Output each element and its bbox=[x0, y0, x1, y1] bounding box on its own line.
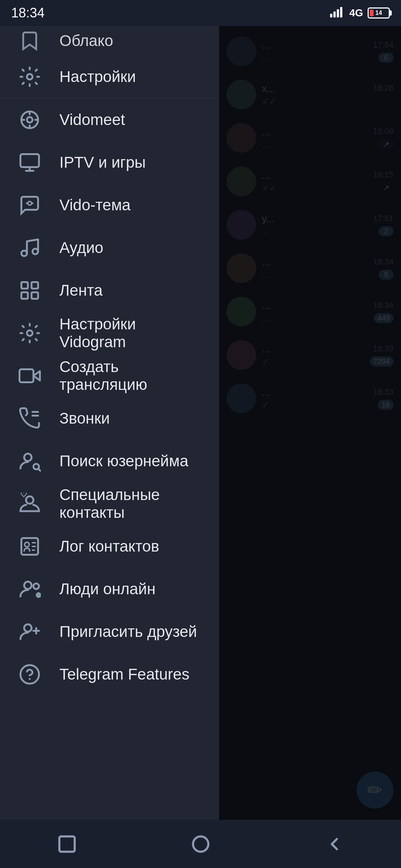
music-icon bbox=[15, 233, 45, 263]
sidebar-item-label: Настройки bbox=[59, 68, 136, 86]
svg-point-29 bbox=[193, 836, 208, 851]
status-time: 18:34 bbox=[11, 5, 45, 21]
settings-vidogram-icon bbox=[15, 318, 45, 348]
sidebar-item-label: Telegram Features bbox=[59, 665, 189, 683]
drawer-overlay[interactable] bbox=[219, 0, 401, 868]
svg-point-10 bbox=[33, 249, 38, 254]
svg-point-21 bbox=[25, 542, 29, 547]
sidebar-item-label: Поиск юзернейма bbox=[59, 452, 188, 470]
status-icons: 4G 14 bbox=[330, 6, 390, 20]
sidebar-item-poisk[interactable]: Поиск юзернейма bbox=[0, 440, 219, 482]
square-icon bbox=[57, 834, 77, 854]
svg-point-8 bbox=[28, 201, 32, 205]
sidebar-item-label: IPTV и игры bbox=[59, 154, 146, 171]
vidomeet-icon bbox=[15, 105, 45, 135]
status-bar: 18:34 4G 14 bbox=[0, 0, 401, 26]
svg-point-4 bbox=[27, 74, 33, 80]
svg-point-22 bbox=[24, 582, 32, 589]
drawer: Облако Настройки bbox=[0, 0, 219, 868]
svg-point-23 bbox=[33, 583, 39, 589]
main-container: Облако Настройки bbox=[0, 0, 401, 868]
sidebar-item-label: Vido-тема bbox=[59, 196, 131, 214]
svg-point-27 bbox=[29, 678, 30, 680]
nav-square-button[interactable] bbox=[45, 829, 89, 859]
feed-icon bbox=[15, 276, 45, 305]
circle-icon bbox=[190, 834, 211, 854]
sidebar-item-vidotema[interactable]: Vido-тема bbox=[0, 184, 219, 226]
svg-rect-0 bbox=[330, 14, 332, 17]
question-icon bbox=[15, 660, 45, 689]
svg-point-25 bbox=[24, 624, 32, 632]
sidebar-item-vidomeet[interactable]: Vidomeet bbox=[0, 98, 219, 141]
sidebar-item-label: Создать трансляцию bbox=[59, 358, 204, 394]
sidebar-item-label: Пригласить друзей bbox=[59, 623, 197, 641]
search-person-icon bbox=[15, 446, 45, 476]
phone-list-icon bbox=[15, 404, 45, 433]
svg-rect-12 bbox=[32, 282, 38, 289]
svg-point-9 bbox=[22, 250, 27, 256]
nav-bar bbox=[0, 820, 401, 868]
svg-rect-28 bbox=[59, 836, 74, 851]
sidebar-item-iptv[interactable]: IPTV и игры bbox=[0, 141, 219, 184]
add-person-icon bbox=[15, 617, 45, 647]
sidebar-item-lenta[interactable]: Лента bbox=[0, 269, 219, 312]
sidebar-item-nastroyki[interactable]: Настройки bbox=[0, 56, 219, 98]
sidebar-item-label: Vidomeet bbox=[59, 111, 125, 129]
sidebar-item-label: Лента bbox=[59, 282, 102, 299]
sidebar-item-telegram-features[interactable]: Telegram Features bbox=[0, 653, 219, 696]
svg-point-19 bbox=[26, 496, 33, 504]
svg-rect-13 bbox=[22, 292, 28, 299]
sidebar-item-priglasit[interactable]: Пригласить друзей bbox=[0, 610, 219, 653]
sidebar-item-zvonki[interactable]: Звонки bbox=[0, 397, 219, 440]
chat-star-icon bbox=[15, 190, 45, 220]
svg-point-6 bbox=[27, 117, 33, 122]
sidebar-item-label: Лог контактов bbox=[59, 537, 159, 555]
sidebar-item-nastroyki-vidogram[interactable]: Настройки Vidogram bbox=[0, 312, 219, 354]
svg-rect-7 bbox=[20, 154, 39, 167]
svg-point-15 bbox=[27, 330, 33, 336]
svg-rect-11 bbox=[22, 282, 28, 289]
sidebar-item-label: Аудио bbox=[59, 239, 103, 257]
back-arrow-icon bbox=[324, 834, 345, 854]
video-camera-icon bbox=[15, 361, 45, 391]
network-type: 4G bbox=[349, 7, 363, 19]
sidebar-item-translyaciya[interactable]: Создать трансляцию bbox=[0, 354, 219, 397]
person-online-icon bbox=[15, 574, 45, 604]
svg-rect-14 bbox=[32, 292, 38, 299]
heart-person-icon bbox=[15, 489, 45, 519]
sidebar-item-oblako[interactable]: Облако bbox=[0, 26, 219, 56]
sidebar-item-label: Люди онлайн bbox=[59, 580, 156, 598]
monitor-icon bbox=[15, 148, 45, 177]
battery-icon: 14 bbox=[368, 7, 390, 19]
svg-point-17 bbox=[24, 454, 32, 461]
svg-point-24 bbox=[37, 593, 40, 597]
sidebar-item-audio[interactable]: Аудио bbox=[0, 226, 219, 269]
nav-back-button[interactable] bbox=[312, 829, 356, 859]
menu-list: Облако Настройки bbox=[0, 26, 219, 868]
svg-rect-3 bbox=[340, 7, 342, 17]
svg-rect-2 bbox=[337, 9, 339, 17]
contact-log-icon bbox=[15, 532, 45, 561]
svg-rect-16 bbox=[20, 369, 34, 382]
sidebar-item-label: Звонки bbox=[59, 410, 110, 427]
nav-home-button[interactable] bbox=[178, 829, 223, 859]
sidebar-item-ludi-onlayn[interactable]: Люди онлайн bbox=[0, 568, 219, 610]
svg-rect-1 bbox=[333, 11, 336, 17]
settings-icon bbox=[15, 62, 45, 92]
signal-icon bbox=[330, 6, 345, 20]
sidebar-item-label: Специальные контакты bbox=[59, 486, 204, 522]
bookmark-icon bbox=[15, 26, 45, 56]
sidebar-item-special-contacts[interactable]: Специальные контакты bbox=[0, 482, 219, 525]
sidebar-item-label: Облако bbox=[59, 32, 113, 50]
sidebar-item-label: Настройки Vidogram bbox=[59, 315, 204, 351]
sidebar-item-log-kontaktov[interactable]: Лог контактов bbox=[0, 525, 219, 568]
